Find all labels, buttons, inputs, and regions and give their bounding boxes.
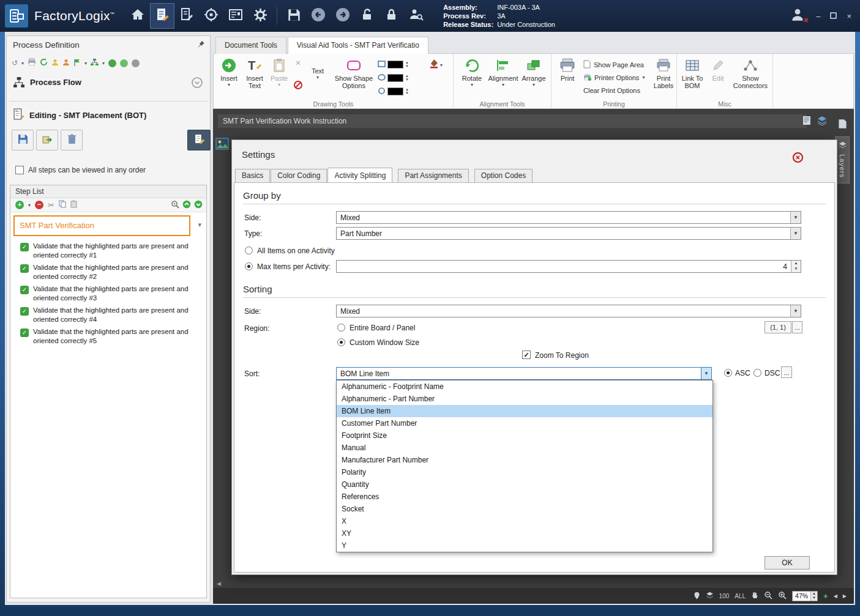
rotate-button[interactable]: Rotate ▾ bbox=[458, 56, 485, 87]
insert-button[interactable]: Insert ▾ bbox=[217, 56, 241, 87]
arrange-button[interactable]: Arrange ▾ bbox=[520, 56, 548, 87]
no-entry-icon[interactable] bbox=[294, 81, 302, 92]
pan-hand-icon[interactable] bbox=[751, 592, 758, 601]
unlock-button[interactable] bbox=[355, 3, 380, 29]
chevron-down-icon[interactable]: ▾ bbox=[21, 61, 24, 66]
minimize-button[interactable]: – bbox=[816, 12, 820, 21]
logout-user-button[interactable]: ✕ bbox=[784, 4, 811, 28]
edit-button[interactable]: Edit bbox=[708, 56, 728, 82]
show-connectors-button[interactable]: Show Connectors bbox=[731, 56, 770, 89]
sort-option[interactable]: Quantity bbox=[337, 478, 712, 491]
import-export-button[interactable] bbox=[36, 130, 58, 150]
copy-icon[interactable] bbox=[59, 200, 66, 210]
news-button[interactable] bbox=[223, 3, 248, 29]
tab-color-coding[interactable]: Color Coding bbox=[271, 169, 327, 182]
fit-left-icon[interactable]: ◀ bbox=[834, 593, 837, 599]
maximize-button[interactable] bbox=[830, 12, 837, 21]
sort-option[interactable]: Socket bbox=[337, 503, 712, 515]
region-more-button[interactable]: ... bbox=[792, 321, 802, 333]
chevron-down-icon[interactable]: ▾ bbox=[84, 61, 87, 66]
ellipse-shape-icon[interactable] bbox=[378, 72, 386, 83]
zoom-in-icon[interactable] bbox=[778, 591, 787, 601]
tab-part-assignments[interactable]: Part Assignments bbox=[398, 169, 468, 182]
sorting-side-select[interactable]: Mixed ▼ bbox=[336, 305, 801, 317]
process-flow-row[interactable]: Process Flow bbox=[7, 74, 210, 92]
edit-step-button[interactable] bbox=[187, 130, 211, 150]
step-row[interactable]: ✓Validate that the highlighted parts are… bbox=[10, 283, 206, 305]
layers-small-icon[interactable] bbox=[706, 592, 714, 600]
cut-icon[interactable]: ✂ bbox=[48, 201, 54, 210]
undo-button[interactable] bbox=[306, 3, 331, 29]
find-user-button[interactable] bbox=[404, 3, 428, 29]
line-weight-select[interactable] bbox=[387, 74, 403, 82]
side-select[interactable]: Mixed ▼ bbox=[336, 211, 801, 224]
status-gray-icon[interactable] bbox=[132, 59, 140, 67]
sort-more-button[interactable]: ... bbox=[781, 366, 792, 378]
max-items-radio[interactable] bbox=[245, 262, 253, 270]
process-editor-button[interactable] bbox=[150, 3, 174, 29]
view-order-checkbox[interactable] bbox=[15, 166, 24, 174]
zoom-spinner-icon[interactable]: ▲▼ bbox=[810, 592, 817, 601]
sort-option[interactable]: XY bbox=[337, 527, 712, 540]
horizontal-scrollbar[interactable]: ◀ bbox=[213, 579, 829, 588]
sort-option[interactable]: Manufacturer Part Number bbox=[337, 454, 712, 466]
circle-shape-icon[interactable] bbox=[378, 86, 386, 97]
step-row[interactable]: ✓Validate that the highlighted parts are… bbox=[10, 326, 206, 347]
print-button[interactable]: Print bbox=[555, 56, 580, 82]
dsc-radio[interactable] bbox=[753, 369, 761, 377]
map-pin-icon[interactable] bbox=[694, 592, 700, 601]
show-shape-options-button[interactable]: Show Shape Options bbox=[334, 56, 374, 89]
ok-button[interactable]: OK bbox=[765, 556, 810, 570]
max-items-input[interactable]: 4 ▲▼ bbox=[336, 260, 801, 273]
zoom-out-icon[interactable] bbox=[764, 591, 772, 601]
selected-step[interactable]: SMT Part Verification bbox=[13, 215, 190, 236]
spinner-icon[interactable]: ▲▼ bbox=[405, 61, 409, 68]
user-orange-icon[interactable] bbox=[62, 59, 70, 68]
sort-option-selected[interactable]: BOM Line Item bbox=[337, 405, 712, 417]
sort-option[interactable]: Customer Part Number bbox=[337, 417, 712, 429]
show-page-area-button[interactable]: Show Page Area bbox=[583, 58, 645, 71]
step-row[interactable]: ✓Validate that the highlighted parts are… bbox=[10, 262, 206, 283]
home-button[interactable] bbox=[125, 3, 150, 29]
chevron-down-icon[interactable]: ▾ bbox=[28, 202, 31, 208]
redo-button[interactable] bbox=[331, 3, 355, 29]
printer-options-button[interactable]: Printer Options ▾ bbox=[583, 71, 645, 84]
sort-option[interactable]: Polarity bbox=[337, 466, 712, 478]
entire-board-radio[interactable] bbox=[337, 324, 345, 332]
step-row[interactable]: ✓Validate that the highlighted parts are… bbox=[10, 240, 206, 262]
insert-text-button[interactable]: T Insert Text bbox=[242, 56, 267, 89]
user-yellow-icon[interactable] bbox=[51, 59, 59, 68]
page-layout-icon[interactable] bbox=[802, 116, 812, 128]
zoom-plus-icon[interactable]: + bbox=[823, 592, 828, 601]
zoom-to-region-checkbox[interactable]: ✓ bbox=[522, 351, 531, 359]
line-style-select[interactable] bbox=[387, 61, 403, 69]
step-expand-chevron-icon[interactable]: ▾ bbox=[198, 221, 201, 229]
region-value-box[interactable]: (1, 1) bbox=[765, 321, 791, 333]
paste-button[interactable]: Paste ▾ bbox=[269, 56, 290, 87]
zoom-level-input[interactable]: 47%▲▼ bbox=[792, 591, 818, 601]
tab-basics[interactable]: Basics bbox=[235, 169, 270, 182]
tab-activity-splitting[interactable]: Activity Splitting bbox=[327, 168, 392, 182]
move-down-icon[interactable] bbox=[194, 200, 203, 210]
color-picker[interactable]: ▾ bbox=[429, 59, 443, 71]
type-select[interactable]: Part Number ▼ bbox=[336, 227, 801, 240]
status-green-icon[interactable] bbox=[108, 59, 116, 67]
sort-option[interactable]: Alphanumeric - Part Number bbox=[337, 393, 712, 405]
delete-step-button[interactable] bbox=[61, 130, 83, 150]
settings-button[interactable] bbox=[248, 3, 272, 29]
panel-doc-icon[interactable] bbox=[838, 119, 847, 132]
clear-print-options-button[interactable]: Clear Print Options bbox=[583, 84, 645, 97]
tab-document-tools[interactable]: Document Tools bbox=[215, 37, 286, 54]
hierarchy-icon[interactable] bbox=[91, 59, 99, 68]
step-row[interactable]: ✓Validate that the highlighted parts are… bbox=[10, 305, 206, 326]
spinner-icon[interactable]: ▲▼ bbox=[405, 87, 409, 95]
sort-combobox[interactable]: BOM Line Item ▼ bbox=[336, 367, 712, 380]
sort-option[interactable]: Manual bbox=[337, 442, 712, 454]
text-button[interactable]: Text ▾ bbox=[307, 67, 329, 80]
lock-button[interactable] bbox=[380, 3, 404, 29]
refresh-icon[interactable] bbox=[40, 58, 48, 68]
status-green2-icon[interactable] bbox=[120, 59, 128, 67]
tab-visual-aid-tools[interactable]: Visual Aid Tools - SMT Part Verificatio bbox=[288, 37, 428, 54]
document-editor-button[interactable] bbox=[174, 3, 199, 29]
close-button[interactable]: × bbox=[847, 12, 851, 21]
